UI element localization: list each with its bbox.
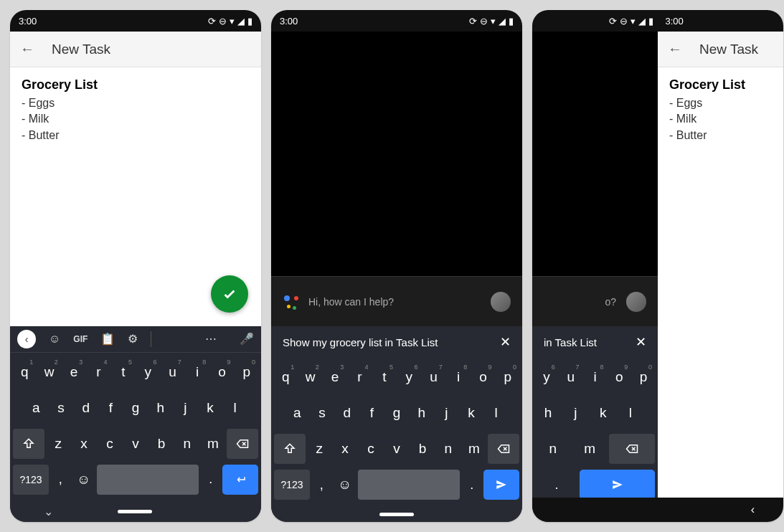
key-p[interactable]: p0	[632, 362, 655, 392]
key-x[interactable]: x	[333, 434, 357, 464]
key-a[interactable]: a	[285, 398, 309, 428]
more-icon[interactable]: ⋯	[205, 332, 218, 346]
assistant-prompt-row[interactable]: Hi, how can I help?	[271, 276, 522, 326]
key-x[interactable]: x	[72, 429, 96, 459]
key-j[interactable]: j	[174, 393, 197, 423]
period-key[interactable]: .	[200, 465, 221, 495]
back-arrow-icon[interactable]: ←	[668, 41, 682, 57]
assistant-query-text[interactable]: in Task List	[544, 336, 597, 348]
space-key[interactable]	[97, 465, 199, 495]
mic-icon[interactable]: 🎤	[240, 332, 254, 346]
key-f[interactable]: f	[360, 398, 384, 428]
shift-key[interactable]	[13, 429, 44, 459]
key-u[interactable]: u7	[559, 362, 582, 392]
key-k[interactable]: k	[590, 398, 616, 428]
key-y[interactable]: y6	[136, 357, 159, 387]
symbols-key[interactable]: ?123	[13, 465, 49, 495]
key-z[interactable]: z	[307, 434, 331, 464]
key-u[interactable]: u7	[422, 362, 445, 392]
emoji-key[interactable]: ☺	[72, 465, 95, 495]
key-t[interactable]: t5	[373, 362, 396, 392]
user-avatar[interactable]	[626, 292, 646, 312]
period-key[interactable]: .	[461, 470, 482, 500]
backspace-key[interactable]	[488, 434, 519, 464]
key-g[interactable]: g	[385, 398, 409, 428]
key-q[interactable]: q1	[274, 362, 297, 392]
key-r[interactable]: r4	[87, 357, 110, 387]
keyboard[interactable]: ‹ ☺ GIF 📋 ⚙ ⋯ 🎤 q1w2e3r4t5y6u7i8o9p0 asd…	[10, 326, 261, 522]
key-r[interactable]: r4	[348, 362, 371, 392]
enter-key[interactable]	[222, 465, 258, 495]
key-q[interactable]: q1	[13, 357, 36, 387]
assistant-query-text[interactable]: Show my grocery list in Task List	[283, 336, 438, 348]
comma-key[interactable]: ,	[50, 465, 71, 495]
key-i[interactable]: i8	[584, 362, 607, 392]
key-o[interactable]: o9	[210, 357, 233, 387]
symbols-key[interactable]: ?123	[274, 470, 310, 500]
sticker-icon[interactable]: ☺	[49, 333, 60, 346]
key-p[interactable]: p0	[496, 362, 519, 392]
key-s[interactable]: s	[49, 393, 73, 423]
key-k[interactable]: k	[199, 393, 222, 423]
space-key[interactable]	[358, 470, 461, 500]
key-h[interactable]: h	[535, 398, 561, 428]
keyboard[interactable]: q1w2e3r4t5y6u7i8o9p0 asdfghjkl zxcvbnm ?…	[271, 358, 522, 522]
comma-key[interactable]: ,	[311, 470, 332, 500]
key-b[interactable]: b	[149, 429, 174, 459]
close-icon[interactable]: ✕	[500, 334, 511, 350]
backspace-key[interactable]	[227, 429, 258, 459]
assistant-prompt-row[interactable]: o?	[532, 276, 658, 326]
gif-button[interactable]: GIF	[73, 334, 88, 344]
back-arrow-icon[interactable]: ←	[20, 41, 34, 57]
key-u[interactable]: u7	[161, 357, 184, 387]
key-d[interactable]: d	[74, 393, 98, 423]
key-o[interactable]: o9	[471, 362, 494, 392]
key-i[interactable]: i8	[186, 357, 209, 387]
key-t[interactable]: t5	[112, 357, 135, 387]
nav-back-icon[interactable]: ‹	[751, 503, 755, 516]
key-w[interactable]: w2	[37, 357, 60, 387]
nav-home-pill[interactable]	[379, 513, 414, 516]
key-w[interactable]: w2	[298, 362, 321, 392]
key-p[interactable]: p0	[235, 357, 258, 387]
user-avatar[interactable]	[491, 292, 511, 312]
key-y[interactable]: y6	[397, 362, 420, 392]
key-d[interactable]: d	[335, 398, 359, 428]
key-c[interactable]: c	[359, 434, 383, 464]
key-i[interactable]: i8	[447, 362, 470, 392]
key-e[interactable]: e3	[62, 357, 85, 387]
key-s[interactable]: s	[311, 398, 334, 428]
clipboard-icon[interactable]: 📋	[100, 332, 115, 346]
key-e[interactable]: e3	[323, 362, 346, 392]
settings-icon[interactable]: ⚙	[128, 332, 138, 346]
key-v[interactable]: v	[123, 429, 148, 459]
fab-confirm-button[interactable]	[211, 275, 248, 313]
expand-toolbar-icon[interactable]: ‹	[17, 330, 36, 348]
key-l[interactable]: l	[618, 398, 643, 428]
key-g[interactable]: g	[124, 393, 148, 423]
emoji-key[interactable]: ☺	[334, 470, 356, 500]
key-m[interactable]: m	[201, 429, 225, 459]
key-n[interactable]: n	[535, 434, 570, 464]
period-key[interactable]: .	[535, 470, 578, 500]
key-l[interactable]: l	[484, 398, 508, 428]
key-f[interactable]: f	[99, 393, 123, 423]
send-key[interactable]	[483, 470, 519, 500]
key-c[interactable]: c	[98, 429, 122, 459]
backspace-key[interactable]	[609, 434, 655, 464]
shift-key[interactable]	[274, 434, 306, 464]
key-b[interactable]: b	[410, 434, 435, 464]
key-h[interactable]: h	[410, 398, 433, 428]
key-m[interactable]: m	[572, 434, 607, 464]
note-content[interactable]: Grocery List - Eggs - Milk - Butter	[10, 67, 261, 326]
nav-home-pill[interactable]	[118, 510, 152, 513]
close-icon[interactable]: ✕	[636, 334, 646, 350]
send-key[interactable]	[580, 470, 655, 500]
key-y[interactable]: y6	[535, 362, 558, 392]
key-n[interactable]: n	[436, 434, 461, 464]
key-v[interactable]: v	[384, 434, 409, 464]
key-j[interactable]: j	[435, 398, 458, 428]
key-h[interactable]: h	[148, 393, 172, 423]
key-k[interactable]: k	[460, 398, 483, 428]
key-o[interactable]: o9	[608, 362, 630, 392]
